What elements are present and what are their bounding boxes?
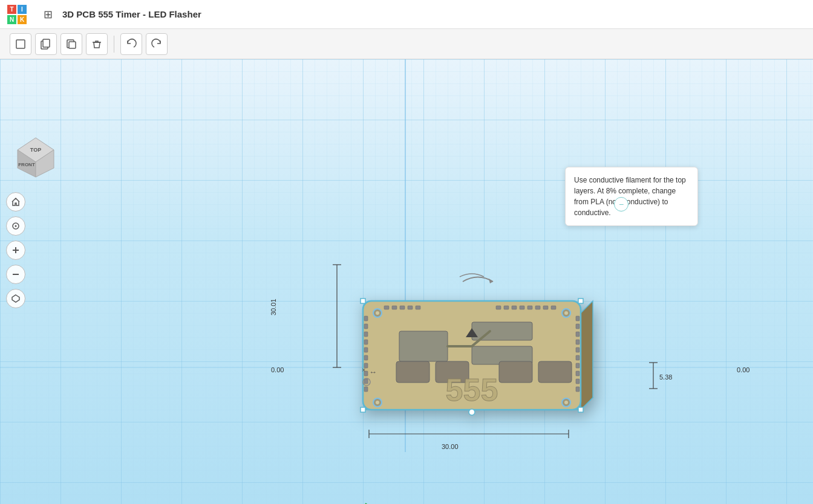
dimension-depth: 5.38	[659, 373, 672, 381]
rotation-handle[interactable]	[460, 270, 496, 288]
svg-rect-36	[364, 347, 368, 352]
svg-rect-33	[364, 324, 368, 329]
frame-button[interactable]	[6, 216, 25, 236]
dimension-width: 30.00	[442, 443, 459, 450]
logo-k: K	[18, 15, 27, 24]
header: T I N K ⊞ 3D PCB 555 Timer - LED Flasher	[0, 0, 813, 29]
svg-rect-4	[69, 42, 76, 48]
svg-rect-66	[396, 361, 429, 383]
svg-rect-52	[399, 331, 448, 361]
svg-rect-68	[499, 361, 532, 383]
svg-rect-75	[578, 407, 583, 412]
svg-rect-27	[520, 306, 524, 309]
undo-button[interactable]	[120, 33, 142, 55]
svg-rect-35	[364, 340, 368, 344]
svg-text:555: 555	[446, 372, 498, 407]
svg-rect-42	[576, 316, 580, 321]
svg-rect-48	[576, 363, 580, 368]
svg-rect-26	[512, 306, 517, 309]
svg-rect-73	[578, 299, 583, 303]
svg-marker-88	[12, 295, 19, 302]
svg-rect-45	[576, 340, 580, 344]
svg-rect-46	[576, 347, 580, 352]
svg-rect-69	[538, 361, 572, 383]
svg-rect-19	[384, 306, 389, 309]
home-button[interactable]	[6, 192, 25, 212]
duplicate-button[interactable]	[60, 33, 82, 55]
dimension-height: 30.01	[270, 299, 277, 315]
perspective-button[interactable]	[6, 289, 25, 308]
toolbar-separator	[114, 36, 114, 53]
svg-rect-72	[361, 299, 365, 303]
svg-point-76	[469, 409, 475, 415]
svg-rect-25	[504, 306, 509, 309]
tinkercad-logo[interactable]: T I N K	[7, 4, 34, 25]
zoom-in-button[interactable]	[6, 241, 25, 260]
svg-point-65	[564, 401, 568, 404]
zoom-out-button[interactable]	[6, 265, 25, 284]
grid-icon: ⊞	[44, 8, 53, 21]
svg-rect-0	[16, 40, 25, 48]
page-title: 3D PCB 555 Timer - LED Flasher	[62, 9, 201, 19]
view-controls	[6, 192, 25, 308]
pcb-menu-icon[interactable]	[362, 377, 371, 388]
svg-rect-34	[364, 332, 368, 337]
main-area: 555 Use conductive filament for the top …	[0, 59, 813, 504]
pcb-remove-icon[interactable]: ×	[362, 366, 365, 373]
svg-rect-23	[416, 306, 420, 309]
copy-button[interactable]	[35, 33, 57, 55]
redo-button[interactable]	[146, 33, 168, 55]
origin-arrow	[354, 500, 373, 504]
svg-point-63	[376, 401, 379, 404]
svg-rect-50	[576, 379, 580, 384]
tooltip-text: Use conductive filament for the top laye…	[574, 176, 686, 217]
logo-n: N	[7, 15, 16, 24]
svg-rect-30	[543, 306, 548, 309]
svg-rect-44	[576, 332, 580, 337]
svg-rect-2	[43, 39, 50, 47]
svg-point-59	[376, 311, 379, 315]
view-cube[interactable]: TOP FRONT	[8, 129, 63, 183]
svg-rect-37	[364, 355, 368, 360]
svg-rect-51	[576, 387, 580, 392]
svg-text:TOP: TOP	[30, 147, 41, 153]
logo-t: T	[7, 5, 16, 14]
move-handle[interactable]: ↔	[369, 367, 377, 376]
3d-canvas[interactable]: 555 Use conductive filament for the top …	[0, 59, 813, 504]
svg-rect-47	[576, 355, 580, 360]
logo-i: I	[18, 5, 27, 14]
view-cube-container[interactable]: TOP FRONT	[8, 129, 66, 186]
svg-rect-49	[576, 371, 580, 376]
svg-rect-43	[576, 324, 580, 329]
svg-rect-32	[364, 316, 368, 321]
dim-zero-right: 0.00	[737, 366, 749, 373]
svg-rect-74	[361, 407, 365, 412]
svg-rect-31	[551, 306, 556, 309]
tooltip: Use conductive filament for the top laye…	[565, 167, 698, 226]
dim-zero-left: 0.00	[271, 366, 284, 373]
svg-rect-28	[527, 306, 532, 309]
svg-text:FRONT: FRONT	[18, 162, 35, 167]
zoom-minus-button[interactable]: −	[614, 197, 629, 212]
svg-rect-20	[392, 306, 397, 309]
toolbar	[0, 29, 813, 59]
svg-rect-22	[408, 306, 413, 309]
svg-rect-24	[496, 306, 501, 309]
svg-rect-29	[535, 306, 540, 309]
svg-point-61	[564, 311, 568, 315]
svg-point-84	[15, 225, 17, 227]
svg-rect-21	[400, 306, 405, 309]
new-button[interactable]	[10, 33, 31, 55]
delete-button[interactable]	[86, 33, 108, 55]
